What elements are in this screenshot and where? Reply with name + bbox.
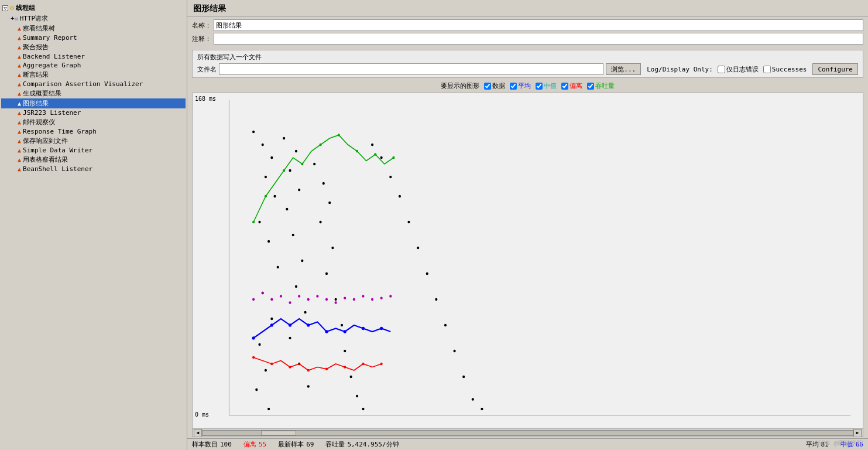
svg-point-73 [270,298,273,301]
sidebar-item-simple-data-writer[interactable]: ▲ Simple Data Writer [1,146,186,155]
sidebar-item-assertion-result[interactable]: ▲ 断言结果 [1,70,186,80]
deviation-checkbox-group[interactable]: 偏离 [561,81,582,90]
chart-scrollbar[interactable]: ◀ ▶ [193,428,863,437]
aggregate-tree-label: 察看结果树 [23,24,55,33]
svg-point-38 [350,376,352,378]
avg-checkbox[interactable] [510,83,517,90]
file-row: 文件名 浏览... Log/Display Only: 仅日志错误 Succes… [197,63,858,75]
success-checkbox[interactable] [763,66,771,73]
sample-count-value: 100 [220,441,232,448]
svg-point-6 [265,176,267,178]
svg-point-68 [344,330,346,333]
svg-point-59 [338,134,340,136]
error-only-checkbox[interactable] [718,66,725,73]
save-response-label: 保存响应到文件 [23,137,68,145]
sidebar-item-summary-report[interactable]: ▲ Summary Report [1,33,186,42]
sample-count-item: 样本数目 100 [192,440,232,449]
success-checkbox-group[interactable]: Successes [763,66,807,73]
aggregate-graph-icon: ▲ [18,62,21,69]
data-checkbox-group[interactable]: 数据 [484,81,505,90]
error-only-checkbox-group[interactable]: 仅日志错误 [718,65,759,74]
sidebar-item-beanshell[interactable]: ▲ BeanShell Listener [1,165,186,173]
svg-point-70 [380,327,383,330]
svg-point-93 [362,363,364,365]
svg-point-67 [325,330,328,333]
svg-point-88 [270,363,273,365]
svg-point-77 [307,298,310,301]
sidebar-item-aggregate-report[interactable]: ▲ 聚合报告 [1,42,186,52]
svg-point-17 [283,137,285,139]
scroll-thumb[interactable] [261,431,296,435]
sidebar-item-jsr223[interactable]: ▲ JSR223 Listener [1,108,186,117]
svg-point-47 [426,272,428,275]
sidebar-item-aggregate-tree[interactable]: ▲ 察看结果树 [1,23,186,33]
scroll-left-btn[interactable]: ◀ [194,429,202,437]
svg-point-26 [289,337,291,339]
svg-point-49 [444,324,447,326]
svg-point-19 [289,169,291,172]
generate-summary-icon: ▲ [18,90,21,97]
sidebar-item-comparison-assertion[interactable]: ▲ Comparison Assertion Visualizer [1,80,186,88]
comment-row: 注释： [192,33,863,45]
throughput-checkbox-group[interactable]: 吞吐量 [587,81,615,90]
file-label: 文件名 [197,65,217,74]
sidebar-item-backend-listener[interactable]: ▲ Backend Listener [1,52,186,61]
throughput-item: 吞吐量 5,424.955/分钟 [325,440,399,449]
beanshell-label: BeanShell Listener [23,165,92,173]
svg-point-81 [344,297,346,299]
svg-point-89 [289,366,291,368]
expand-icon[interactable]: ▽ [2,5,8,11]
svg-point-74 [280,295,282,297]
svg-point-39 [356,395,358,397]
sidebar-item-http-request[interactable]: + ✉ HTTP请求 [1,13,186,23]
svg-point-85 [380,297,383,299]
tree-root-header[interactable]: ▽ ⚙ 线程组 [1,2,186,13]
sidebar-item-aggregate-graph[interactable]: ▲ Aggregate Graph [1,61,186,70]
beanshell-icon: ▲ [18,166,21,172]
http-expand-icon[interactable]: + [11,15,15,22]
sidebar-item-table-view[interactable]: ▲ 用表格察看结果 [1,155,186,165]
svg-point-22 [292,234,294,236]
file-section: 所有数据写入一个文件 文件名 浏览... Log/Display Only: 仅… [192,50,863,78]
http-request-label: HTTP请求 [20,14,49,23]
median-checkbox-group[interactable]: 中值 [536,81,557,90]
svg-point-94 [380,363,383,365]
svg-point-44 [399,195,401,197]
browse-button[interactable]: 浏览... [606,63,641,75]
chart-inner: 168 ms 0 ms [193,93,863,428]
sidebar-item-mail-observer[interactable]: ▲ 邮件观察仪 [1,117,186,127]
thread-group-icon: ⚙ [10,4,14,12]
sidebar-item-save-response[interactable]: ▲ 保存响应到文件 [1,136,186,146]
comparison-icon: ▲ [18,81,21,87]
median-label: 中值 [544,81,557,90]
throughput-status-label: 吞吐量 [325,440,345,449]
sidebar-item-graph-result[interactable]: ▲ 图形结果 [1,98,186,108]
name-input[interactable] [214,19,863,31]
sidebar-item-generate-summary[interactable]: ▲ 生成概要结果 [1,88,186,98]
deviation-checkbox[interactable] [561,83,568,90]
backend-listener-icon: ▲ [18,53,21,60]
throughput-checkbox[interactable] [587,83,594,90]
sidebar-item-response-time[interactable]: ▲ Response Time Graph [1,127,186,136]
scroll-right-btn[interactable]: ▶ [853,429,862,437]
file-input[interactable] [219,63,603,75]
table-view-label: 用表格察看结果 [23,155,68,164]
data-checkbox[interactable] [484,83,491,90]
avg-checkbox-group[interactable]: 平均 [510,81,531,90]
svg-point-83 [362,295,364,297]
comparison-label: Comparison Assertion Visualizer [23,80,143,88]
configure-button[interactable]: Configure [812,63,858,75]
simple-data-label: Simple Data Writer [23,146,92,154]
comment-input[interactable] [214,33,863,45]
svg-point-76 [298,295,300,297]
svg-point-13 [258,343,260,346]
svg-point-28 [307,385,310,387]
form-area: 名称： 注释： [187,17,868,49]
svg-point-84 [371,298,373,301]
data-label: 数据 [492,81,505,90]
svg-point-46 [417,247,419,249]
svg-rect-0 [193,93,863,428]
save-response-icon: ▲ [18,138,21,144]
scroll-track[interactable] [202,430,853,436]
median-checkbox[interactable] [536,83,543,90]
